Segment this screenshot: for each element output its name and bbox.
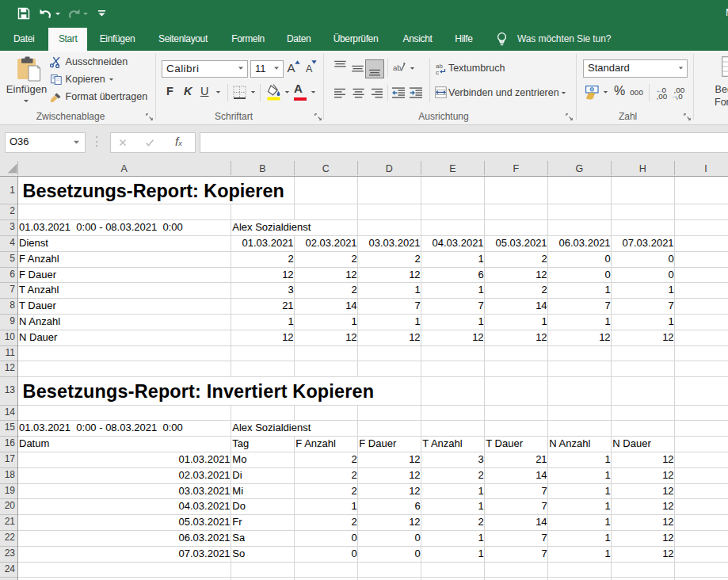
svg-text:ab: ab <box>393 63 402 72</box>
svg-text:c: c <box>436 69 439 75</box>
